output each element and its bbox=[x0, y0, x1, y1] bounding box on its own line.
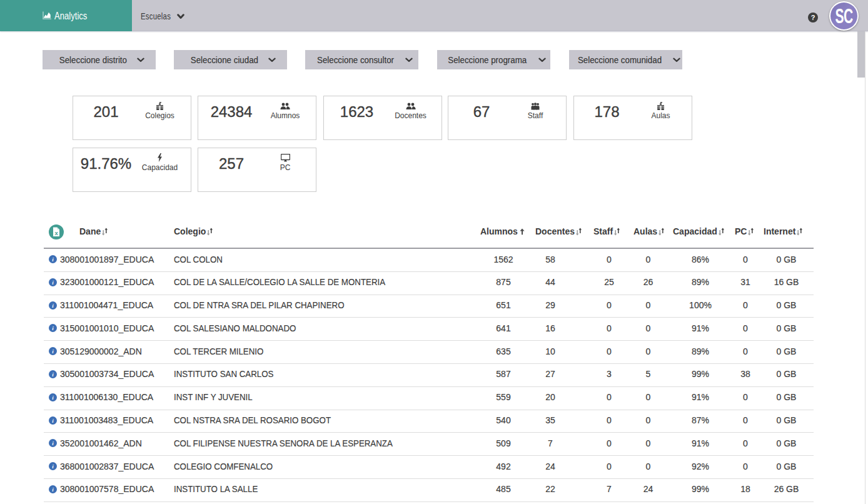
svg-text:x: x bbox=[54, 229, 58, 236]
